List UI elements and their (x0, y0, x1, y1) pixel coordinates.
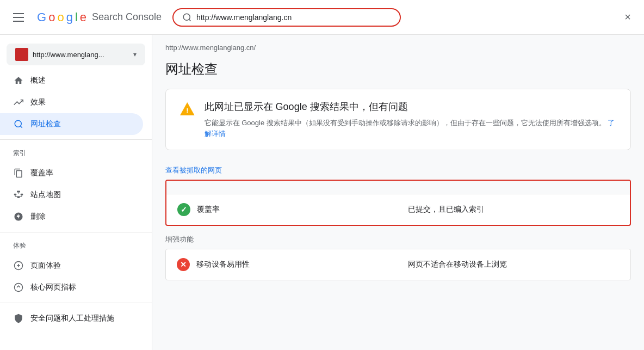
table-row: 覆盖率 已提交，且已编入索引 (166, 194, 630, 225)
url-search-icon (13, 119, 24, 130)
sidebar-index-section: 索引 覆盖率 站点地图 删除 (0, 144, 152, 228)
performance-label: 效果 (30, 97, 46, 107)
sidebar-divider-3 (0, 303, 152, 303)
sidebar-item-removals[interactable]: 删除 (0, 206, 143, 228)
index-section-label: 索引 (0, 144, 152, 162)
topbar: Google Search Console × (0, 0, 644, 35)
file-copy-icon (13, 168, 24, 179)
security-icon (13, 313, 24, 324)
mobile-usability-status: 网页不适合在移动设备上浏览 (408, 260, 620, 269)
logo-letter-o2: o (57, 10, 64, 24)
site-name-label: http://www.menglang... (33, 51, 129, 59)
page-experience-label: 页面体验 (30, 261, 61, 271)
core-web-vitals-label: 核心网页指标 (30, 283, 76, 292)
sidebar-item-core-web-vitals[interactable]: 核心网页指标 (0, 277, 143, 298)
page-title: 网址检查 (165, 60, 631, 78)
sidebar-item-overview[interactable]: 概述 (0, 70, 143, 91)
close-button[interactable]: × (620, 9, 635, 26)
url-inspection-label: 网址检查 (30, 119, 61, 129)
status-card-body: 此网址已显示在 Google 搜索结果中，但有问题 它能显示在 Google 搜… (205, 100, 617, 139)
logo-letter-g2: g (66, 10, 73, 24)
status-title: 此网址已显示在 Google 搜索结果中，但有问题 (205, 100, 617, 113)
sidebar-experience-section: 体验 页面体验 核心网页指标 (0, 237, 152, 298)
view-crawled-section: 查看被抓取的网页 (165, 159, 631, 180)
logo-letter-o1: o (48, 10, 55, 24)
enhancements-section-label: 增强功能 (165, 235, 631, 244)
sidebar-divider-2 (0, 232, 152, 232)
list-item: 移动设备易用性 网页不适合在移动设备上浏览 (166, 249, 630, 280)
warning-triangle-icon: ! (179, 100, 196, 118)
site-selector[interactable]: http://www.menglang... ▾ (7, 44, 145, 65)
security-label: 安全问题和人工处理措施 (30, 314, 114, 323)
svg-point-2 (15, 120, 21, 127)
breadcrumb: http://www.menglanglang.cn/ (165, 35, 631, 56)
home-icon (13, 75, 24, 86)
sidebar-item-page-experience[interactable]: 页面体验 (0, 255, 143, 277)
sidebar-item-coverage[interactable]: 覆盖率 (0, 162, 143, 184)
core-web-vitals-icon (13, 282, 24, 293)
view-crawled-link[interactable]: 查看被抓取的网页 (165, 166, 222, 174)
results-header (166, 181, 630, 194)
svg-line-1 (189, 19, 191, 21)
mobile-error-icon (177, 258, 190, 271)
sidebar: http://www.menglang... ▾ 概述 效果 (0, 35, 152, 350)
coverage-check-icon (177, 203, 190, 216)
svg-point-16 (15, 284, 23, 292)
logo-letter-e: e (80, 10, 86, 24)
google-logo: Google Search Console (37, 10, 162, 24)
mobile-usability-name: 移动设备易用性 (196, 260, 408, 269)
hamburger-menu[interactable] (9, 9, 28, 26)
app-container: Google Search Console × http://www.mengl… (0, 0, 644, 350)
main-content: http://www.menglanglang.cn/ 网址检查 ! 此网址已显… (152, 35, 644, 350)
status-description: 它能显示在 Google 搜索结果中（如果没有受到手动操作或移除请求的影响），但… (205, 118, 617, 139)
search-icon (182, 13, 192, 22)
sidebar-item-sitemap[interactable]: 站点地图 (0, 184, 143, 206)
site-dropdown-icon: ▾ (133, 51, 137, 58)
svg-point-0 (183, 14, 190, 20)
sitemap-icon (13, 189, 24, 200)
removals-label: 删除 (30, 212, 46, 222)
sidebar-main-nav: 概述 效果 网址检查 (0, 70, 152, 135)
url-search-bar[interactable] (172, 8, 401, 27)
svg-rect-5 (14, 194, 17, 195)
sidebar-divider-1 (0, 139, 152, 140)
url-input[interactable] (196, 13, 391, 22)
svg-line-3 (20, 126, 22, 127)
page-experience-icon (13, 260, 24, 271)
results-table-area: 覆盖率 已提交，且已编入索引 (165, 180, 631, 226)
svg-rect-6 (21, 194, 23, 195)
sidebar-item-performance[interactable]: 效果 (0, 91, 143, 113)
sidebar-item-security[interactable]: 安全问题和人工处理措施 (0, 308, 143, 329)
svg-rect-4 (17, 191, 20, 193)
status-card: ! 此网址已显示在 Google 搜索结果中，但有问题 它能显示在 Google… (165, 89, 631, 150)
svg-text:!: ! (186, 107, 188, 115)
sidebar-item-url-inspection[interactable]: 网址检查 (0, 113, 143, 135)
site-favicon (15, 48, 28, 61)
coverage-row-status: 已提交，且已编入索引 (408, 205, 619, 214)
main-area: http://www.menglang... ▾ 概述 效果 (0, 35, 644, 350)
experience-section-label: 体验 (0, 237, 152, 255)
app-name-label: Search Console (92, 11, 162, 23)
sitemap-label: 站点地图 (30, 190, 61, 200)
trending-up-icon (13, 97, 24, 108)
enhancements-card: 移动设备易用性 网页不适合在移动设备上浏览 (165, 249, 631, 280)
sidebar-security-section: 安全问题和人工处理措施 (0, 308, 152, 329)
coverage-row-name: 覆盖率 (197, 205, 408, 214)
overview-label: 概述 (30, 76, 46, 85)
removals-icon (13, 211, 24, 222)
logo-letter-g: G (37, 10, 46, 24)
logo-letter-l: l (75, 10, 78, 24)
coverage-label: 覆盖率 (30, 168, 53, 178)
